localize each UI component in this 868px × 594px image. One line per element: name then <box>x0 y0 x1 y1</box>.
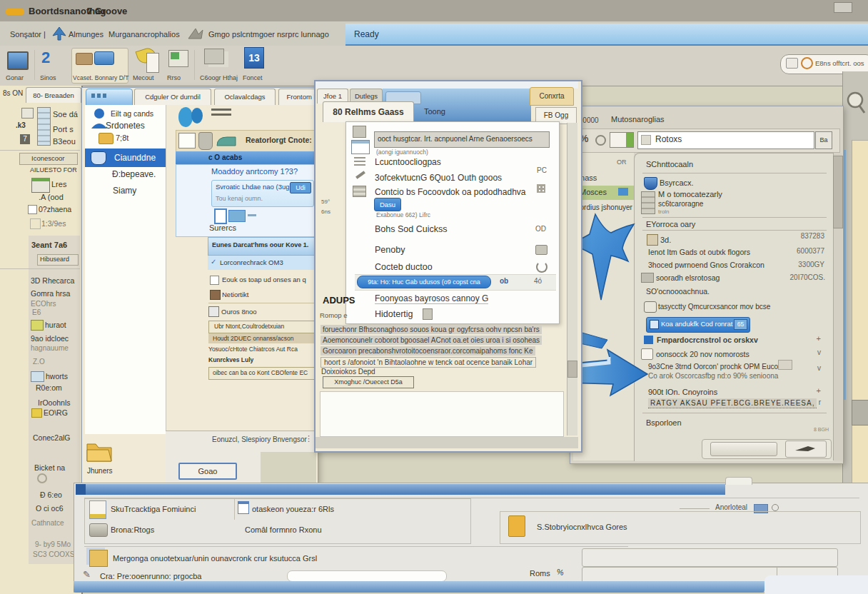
bp-b3[interactable]: S.Stobryiocnxlhvca Gores <box>537 523 627 531</box>
toolbar-btn-foncet[interactable]: Foncet <box>243 74 263 81</box>
w2-corner-tab[interactable]: Conxrta <box>530 87 574 106</box>
w3-row-13[interactable]: RATGY AKSAU PFET.BCG.BREYE.REESA, <box>648 398 817 408</box>
bp-b1[interactable]: Brona:Rtogs <box>111 525 154 534</box>
w2-item-7[interactable]: Foonyoas bayrosos cannoy G <box>375 293 488 304</box>
w3-val-11[interactable]: v <box>807 364 821 372</box>
w1-sb-line1[interactable]: Eilt ag cands <box>111 109 153 118</box>
lp-item-16[interactable]: 9ao idcloec <box>31 334 69 343</box>
lp-item-24[interactable]: Bicket na <box>34 463 65 472</box>
w3-row-6[interactable]: sooradh elsrotosag <box>656 273 720 282</box>
toolbar-btn-c6oogr[interactable]: C6oogr Hthaj <box>200 74 238 81</box>
bp-a2[interactable]: otaskeon youeza:r 6Rls <box>252 505 334 513</box>
w1-footer-dots-icon[interactable]: ⋮ <box>305 434 313 443</box>
w1-sb-line6[interactable]: Siamy <box>113 186 136 196</box>
photo-icon[interactable] <box>228 210 246 222</box>
w3-row-8[interactable]: tasycctty Qmcurcxsancor mov bcse <box>658 303 770 311</box>
w1-sb-line5[interactable]: Đ:bepeave. <box>112 169 156 179</box>
w3-circle-icon[interactable] <box>595 135 606 146</box>
lp-item-22[interactable]: EO\RG <box>44 408 68 417</box>
w1-row4-label[interactable]: Netiortikt <box>222 291 248 298</box>
w2-scroll-track[interactable] <box>567 123 577 436</box>
w2-field-text[interactable]: ooct husgtcar. Irt. acnpuonel Arne Genao… <box>378 135 533 143</box>
w3-list-icon[interactable] <box>610 132 634 148</box>
lp-item-9[interactable]: 3eant 7a6 <box>31 241 67 249</box>
menu-item-4[interactable]: Gmgo pslcntmgoer nsrprc lunnago <box>208 30 329 39</box>
w3-row-2b[interactable]: sc6tcaroragne <box>658 200 703 208</box>
w1-row9-label[interactable]: Kunrckves Luly <box>208 356 253 363</box>
w2-item-5[interactable]: Penoby <box>375 245 405 255</box>
lp-item-21[interactable]: IrOoohnls <box>38 398 71 407</box>
w3-bottom-button-1[interactable] <box>710 442 777 456</box>
w2-item-6[interactable]: Cocteb ductoo <box>375 262 433 272</box>
doc-blue-icon[interactable] <box>214 208 227 224</box>
lp-item-29[interactable]: SC3 COOXS <box>33 550 74 558</box>
w2-main-tab[interactable]: 80 Relhms Gaass <box>323 101 414 122</box>
folder-orange-icon[interactable] <box>508 515 525 537</box>
doc-e-icon[interactable] <box>146 53 159 73</box>
w3-row-5[interactable]: 3hoced pwrnoend Gnos Crorakcon <box>648 261 764 269</box>
blue-tile-13-icon[interactable]: 13 <box>244 47 264 69</box>
w3-row-4[interactable]: Ienot Itm Gads ot outxk flogors <box>648 248 750 256</box>
w3-row-11-box[interactable] <box>778 360 792 370</box>
w2-tab2[interactable]: Toong <box>424 107 445 116</box>
tiles-icon[interactable] <box>204 49 224 64</box>
w2-outline-button[interactable]: Xmoghuc /Ouecect D5a <box>323 376 414 388</box>
address-search-text[interactable]: E8ns offtcrt. oos <box>815 59 864 67</box>
w3-val-10[interactable]: v <box>807 348 821 356</box>
lp-item-8[interactable]: 1:3/9es <box>41 219 66 228</box>
w1-link1[interactable]: Moaddoy anrtcomy 1?3? <box>211 167 298 176</box>
lp-item-13[interactable]: ECOhrs <box>31 300 56 308</box>
w2-item-1[interactable]: Lcucntoocliogpas <box>375 157 441 167</box>
w3-row-7[interactable]: SO'ocnoooachnua. <box>646 287 710 296</box>
toolbar-btn-gonar[interactable]: Gonar <box>6 74 24 81</box>
toolbar-btn-rrso[interactable]: Rrso <box>167 74 181 81</box>
toolbar-btn-vcaset[interactable]: Vcaset. Bonnary D/T <box>73 74 128 81</box>
go-button[interactable]: Goao <box>178 463 237 480</box>
w3-search-btn[interactable]: Ba <box>815 131 832 149</box>
lp-item-17[interactable]: hagnauume <box>31 344 69 352</box>
lp-item-12[interactable]: Gomra hrsa <box>31 289 70 298</box>
w2-item-8[interactable]: Hidotertig <box>375 309 413 319</box>
lp-item-4[interactable]: AILUESTO FOR <box>30 166 77 173</box>
w3-val-9[interactable]: + <box>807 334 821 343</box>
w2-item-3[interactable]: Contcio bs Focoovdok oa pododhadhva <box>375 187 525 197</box>
lp-item-5[interactable]: Lres <box>51 180 66 188</box>
lp-item-15[interactable]: huraot <box>45 321 66 329</box>
lp-item-25[interactable]: Ð 6:ео <box>40 490 62 499</box>
lp-item-1[interactable]: Port s <box>53 125 74 134</box>
lp-item-3[interactable]: Iconescoor <box>31 154 64 162</box>
app-menu-groove[interactable]: 7 Groove <box>87 6 127 16</box>
toolbar-btn-sinos[interactable]: Sinos <box>40 74 56 81</box>
w2-blue-button[interactable]: Dasu <box>374 198 401 211</box>
lp-item-28[interactable]: 9- by9 5Mo <box>35 540 71 548</box>
w2-scroll-thumb[interactable] <box>567 361 577 378</box>
w3-row-1[interactable]: Bsyrcacx. <box>660 178 694 187</box>
lp-item-27[interactable]: Cathnatce <box>31 519 64 527</box>
w1-sb-line2[interactable]: Srdonetes <box>106 121 145 131</box>
w1-blue-row[interactable] <box>176 151 314 164</box>
lp-item-0[interactable]: Soe dá <box>53 110 78 119</box>
menu-item-3[interactable]: Murganancrophalios <box>108 30 180 39</box>
tab-breaaden[interactable]: 80- Breaaden <box>26 87 81 103</box>
lp-item-19[interactable]: hworts <box>46 372 68 381</box>
monitor-icon[interactable] <box>7 51 29 70</box>
menu-item-1[interactable]: Sonşator | <box>10 30 46 39</box>
lp-item-14[interactable]: E6 <box>32 308 41 316</box>
lp-item-20[interactable]: R0e:om <box>36 383 62 392</box>
bp-a1[interactable]: SkuTrcacktiga Fomiuinci <box>111 505 196 513</box>
lp-item-10[interactable]: Hibuseard <box>40 256 69 263</box>
w1-folder-label[interactable]: Jhuners <box>87 467 113 475</box>
lp-item-7[interactable]: 0?zhaena <box>39 205 71 213</box>
bp-white-input[interactable] <box>287 570 447 582</box>
w3-row-2a[interactable]: M o tomocatezarly <box>658 190 722 198</box>
right-rail-thumb[interactable] <box>852 400 868 426</box>
bp-input-1[interactable] <box>582 548 838 567</box>
titlebar-corner-box[interactable] <box>834 2 852 13</box>
lp-item-23[interactable]: Conec2alG <box>33 433 71 442</box>
bp-d1[interactable]: Cra: Pre:ooenrunno: prgocba <box>100 572 201 580</box>
sync-number-icon[interactable]: 2 <box>41 49 50 67</box>
w3-row-12[interactable]: 900t lOn. Cnoyroins <box>648 388 717 396</box>
w3-row-10[interactable]: oonsocck 20 nov nomorosts <box>656 350 750 358</box>
bp-c1[interactable]: Mergonga onuotetxuar/unin ounavcronk cru… <box>113 554 317 563</box>
right-rail-track[interactable] <box>852 140 868 494</box>
